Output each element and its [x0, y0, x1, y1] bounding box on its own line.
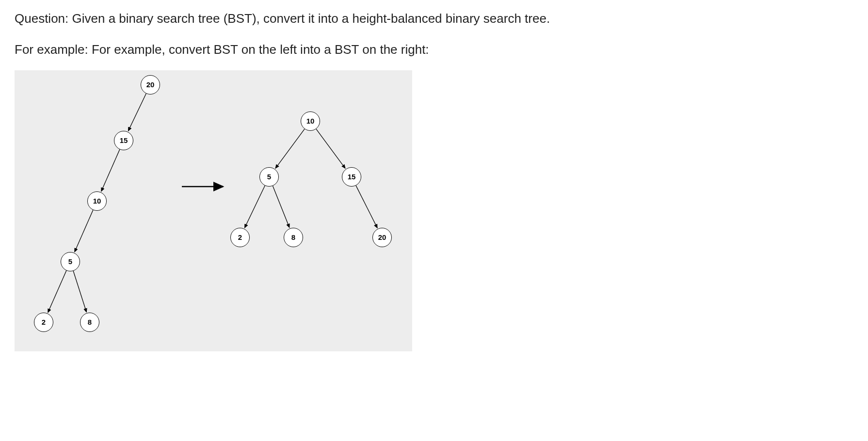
right-edge-10-5 [275, 129, 305, 168]
question-text: Question: Given a binary search tree (BS… [15, 10, 853, 27]
right-edge-5-2 [245, 186, 265, 228]
right-node-8: 8 [284, 228, 303, 247]
right-edge-5-8 [273, 186, 289, 227]
right-edge-10-15 [316, 129, 345, 168]
right-node-2: 2 [230, 228, 250, 247]
right-node-15: 15 [342, 167, 361, 187]
left-node-10: 10 [87, 191, 107, 211]
example-text: For example: For example, convert BST on… [15, 41, 853, 58]
left-node-20: 20 [141, 75, 160, 94]
left-edge-5-8 [73, 271, 86, 312]
left-edge-10-5 [75, 210, 93, 252]
bst-diagram: 201510528105152820 [15, 70, 412, 351]
left-edge-5-2 [48, 270, 66, 313]
right-node-20: 20 [372, 228, 392, 247]
left-node-15: 15 [114, 131, 133, 150]
left-node-8: 8 [80, 313, 99, 332]
left-edge-15-10 [101, 149, 120, 191]
right-edge-15-20 [356, 186, 377, 228]
tree-edges [15, 70, 412, 351]
right-node-10: 10 [301, 111, 320, 131]
left-node-5: 5 [61, 252, 80, 271]
right-node-5: 5 [259, 167, 279, 187]
left-edge-20-15 [128, 94, 146, 131]
left-node-2: 2 [34, 313, 53, 332]
